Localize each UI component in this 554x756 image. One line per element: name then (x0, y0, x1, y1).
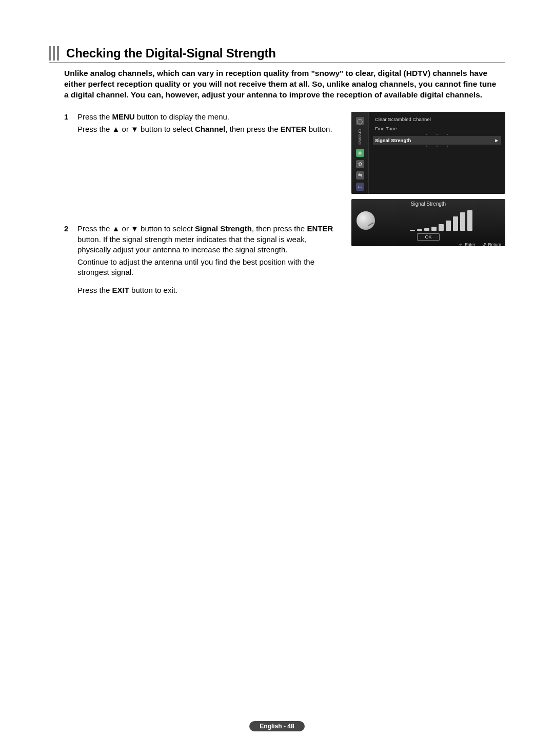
return-icon: ↺ (482, 242, 486, 246)
settings-icon: ✿ (356, 160, 364, 168)
osd-main-panel: Clear Scrambled Channel Fine Tune Signal… (369, 112, 505, 194)
section-heading: Checking the Digital-Signal Strength (66, 46, 276, 61)
step-2-line-3: Press the EXIT button to exit. (77, 285, 339, 295)
osd-sidebar-label: Channel (358, 129, 362, 145)
input-icon: ⇆ (356, 171, 364, 180)
pip-icon: ▭ (356, 183, 364, 191)
step-1-line-2: Press the ▲ or ▼ button to select Channe… (77, 124, 339, 134)
section-heading-wrap: Checking the Digital-Signal Strength (49, 46, 505, 63)
chevron-right-icon: ► (494, 137, 499, 143)
page-number-badge: English - 48 (249, 721, 304, 731)
step-number: 2 (64, 224, 70, 297)
mode-icon: ◯ (356, 117, 364, 125)
return-hint: ↺ Return (482, 242, 501, 246)
step-1-line-1: Press the MENU button to display the men… (77, 112, 339, 122)
osd-divider-dots (373, 134, 501, 135)
osd-dialog-title: Signal Strength (351, 199, 505, 208)
page-footer: English - 48 (0, 721, 554, 731)
step-2-line-1: Press the ▲ or ▼ button to select Signal… (77, 224, 339, 255)
ok-button[interactable]: OK (417, 233, 439, 241)
osd-item-fine-tune[interactable]: Fine Tune (373, 124, 501, 133)
osd-item-clear-scrambled[interactable]: Clear Scrambled Channel (373, 115, 501, 124)
step-number: 1 (64, 112, 70, 137)
satellite-dish-icon (357, 211, 375, 230)
signal-bars-chart (382, 210, 500, 231)
channel-icon: ◉ (356, 149, 364, 157)
osd-sidebar: ◯ Channel ◉ ✿ ⇆ ▭ (351, 112, 369, 194)
intro-paragraph: Unlike analog channels, which can vary i… (64, 68, 505, 101)
osd-divider-dots (373, 146, 501, 147)
osd-item-signal-strength[interactable]: Signal Strength ► (373, 136, 501, 145)
step-2-line-2: Continue to adjust the antenna until you… (77, 257, 339, 278)
osd-channel-menu: ◯ Channel ◉ ✿ ⇆ ▭ Clear Scrambled Channe… (351, 112, 505, 194)
heading-accent-bars (49, 46, 59, 61)
enter-hint: ↵ Enter (459, 242, 475, 246)
osd-footer-hints: ↵ Enter ↺ Return (351, 241, 505, 246)
enter-icon: ↵ (459, 242, 463, 246)
osd-signal-strength-dialog: Signal Strength OK ↵ Enter ↺ (351, 199, 505, 246)
